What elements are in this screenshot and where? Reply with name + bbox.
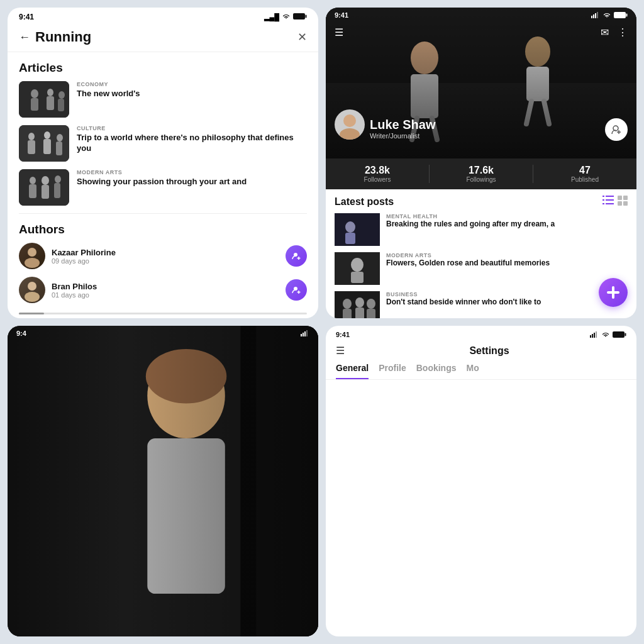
tab-general[interactable]: General [336, 363, 369, 379]
profile-role: Writer/Journalist [370, 132, 435, 140]
article-info: MODERN ARTS Showing your passion through… [77, 169, 307, 187]
post-title: Breaking the rules and going after my dr… [386, 219, 628, 230]
svg-rect-8 [58, 99, 64, 111]
svg-rect-71 [335, 213, 380, 246]
svg-rect-4 [31, 98, 38, 111]
battery-icon [293, 13, 307, 21]
create-post-fab[interactable] [599, 278, 628, 307]
follow-button[interactable] [286, 245, 307, 267]
post-item[interactable]: MENTAL HEALTH Breaking the rules and goi… [335, 213, 628, 246]
svg-rect-85 [612, 286, 614, 299]
svg-rect-6 [47, 96, 54, 110]
svg-rect-52 [595, 13, 596, 18]
author-date: 09 days ago [52, 257, 279, 265]
svg-rect-50 [591, 16, 592, 18]
article-item[interactable]: CULTURE Trip to a world where there's no… [19, 125, 307, 162]
svg-rect-83 [367, 309, 375, 318]
time-display: 9:4 [16, 330, 26, 337]
svg-point-56 [343, 114, 356, 127]
articles-section-title: Articles [19, 61, 307, 75]
svg-rect-55 [626, 14, 628, 17]
svg-point-72 [345, 221, 355, 233]
list-view-button[interactable] [602, 196, 614, 208]
search-results-panel: 9:41 ▂▄█ ← Running ✕ Articles [8, 8, 318, 318]
svg-point-12 [44, 131, 50, 139]
close-button[interactable]: ✕ [297, 30, 307, 44]
hamburger-icon[interactable]: ☰ [335, 26, 343, 38]
article-category: ECONOMY [77, 81, 307, 87]
latest-posts-title: Latest posts [335, 196, 394, 208]
article-item[interactable]: MODERN ARTS Showing your passion through… [19, 169, 307, 206]
svg-rect-20 [42, 185, 49, 199]
latest-posts-header: Latest posts [335, 196, 628, 208]
svg-rect-15 [56, 142, 62, 155]
published-stat: 47 Published [533, 165, 636, 183]
svg-point-80 [355, 297, 364, 308]
svg-rect-54 [614, 12, 626, 18]
article-category: CULTURE [77, 125, 307, 131]
article-info: CULTURE Trip to a world where there's no… [77, 125, 307, 154]
status-icons: ▂▄█ [264, 13, 307, 21]
svg-point-3 [31, 89, 38, 98]
post-thumbnail [335, 252, 380, 285]
post-item[interactable]: BUSINESS Don't stand beside winner who d… [335, 291, 628, 318]
tab-bookings[interactable]: Bookings [416, 363, 457, 379]
svg-point-23 [28, 248, 36, 257]
svg-point-7 [58, 91, 65, 99]
post-category: MODERN ARTS [386, 252, 628, 258]
post-title: Flowers, Golden rose and beautiful memor… [386, 258, 628, 269]
svg-rect-18 [29, 184, 36, 198]
hamburger-icon[interactable]: ☰ [336, 345, 345, 357]
settings-page-title: Settings [352, 345, 626, 357]
svg-point-24 [25, 258, 40, 268]
wifi-icon [282, 13, 291, 21]
search-query-title: Running [30, 29, 297, 45]
published-count: 47 [533, 165, 636, 176]
article-category: MODERN ARTS [77, 169, 307, 175]
svg-rect-94 [303, 333, 304, 336]
author-item[interactable]: Bran Philos 01 days ago [19, 277, 307, 303]
svg-point-78 [343, 299, 352, 309]
published-label: Published [533, 176, 636, 183]
post-item[interactable]: MODERN ARTS Flowers, Golden rose and bea… [335, 252, 628, 285]
section-divider [19, 213, 307, 214]
post-info: MODERN ARTS Flowers, Golden rose and bea… [386, 252, 628, 269]
svg-rect-73 [345, 233, 355, 244]
article-thumbnail [19, 169, 69, 206]
follow-button[interactable] [286, 279, 307, 301]
svg-rect-69 [618, 201, 622, 206]
author-date: 01 days ago [52, 291, 279, 299]
article-info: ECONOMY The new world's [77, 81, 307, 99]
post-title: Don't stand beside winner who don't like… [386, 297, 628, 308]
status-bar: 9:41 ▂▄█ [8, 8, 318, 24]
followers-count: 23.8k [326, 165, 429, 176]
author-info: Kazaar Philorine 09 days ago [52, 248, 279, 265]
svg-rect-65 [602, 199, 604, 201]
followers-label: Followers [326, 176, 429, 183]
view-toggle [602, 196, 628, 208]
svg-rect-102 [625, 333, 626, 336]
article-item[interactable]: ECONOMY The new world's [19, 81, 307, 118]
mail-icon[interactable]: ✉ [601, 26, 609, 38]
svg-rect-62 [606, 199, 614, 201]
time-display: 9:41 [336, 331, 350, 338]
add-profile-button[interactable] [605, 118, 628, 141]
back-button[interactable]: ← [19, 31, 30, 44]
article-title: The new world's [77, 89, 307, 99]
article-title: Showing your passion through your art an… [77, 177, 307, 187]
more-options-icon[interactable]: ⋮ [618, 26, 628, 38]
tab-profile[interactable]: Profile [379, 363, 406, 379]
post-thumbnail [335, 213, 380, 246]
followings-label: Followings [430, 176, 533, 183]
svg-point-14 [57, 134, 63, 142]
svg-rect-1 [306, 15, 307, 18]
svg-rect-68 [623, 196, 628, 200]
status-bar: 9:4 [8, 326, 318, 338]
tab-more[interactable]: Mo [467, 363, 479, 379]
author-item[interactable]: Kazaar Philorine 09 days ago [19, 243, 307, 269]
svg-rect-96 [306, 330, 308, 336]
svg-rect-76 [351, 272, 364, 283]
grid-view-button[interactable] [618, 196, 628, 208]
scroll-thumb [19, 313, 44, 314]
svg-point-82 [367, 299, 375, 309]
